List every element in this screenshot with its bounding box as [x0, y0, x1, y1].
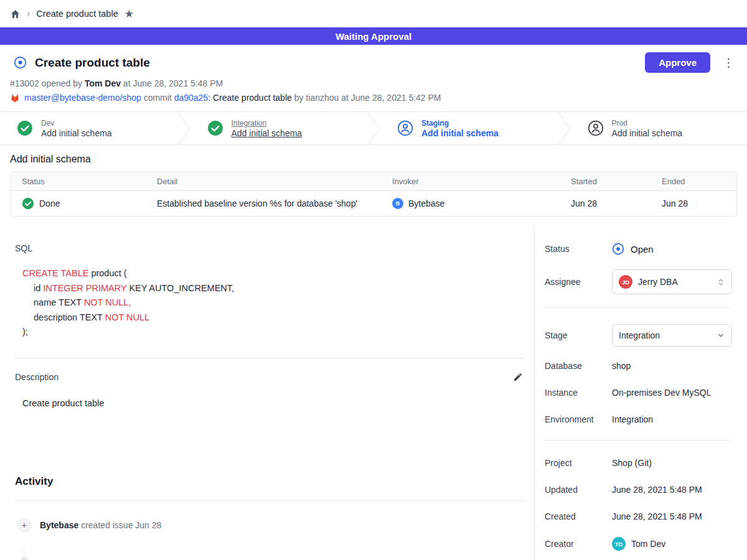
sql-label: SQL: [15, 243, 525, 253]
stage-task-label: Add initial schema: [612, 128, 683, 138]
chevron-down-icon: [716, 331, 725, 340]
task-section: Add initial schema Status Detail Invoker…: [0, 145, 747, 226]
column-header: Invoker: [392, 177, 571, 186]
assignee-row: Assignee JD Jerry DBA: [545, 269, 732, 294]
activity-actor: Bytebase: [40, 520, 78, 530]
gitlab-icon: [10, 93, 20, 103]
sql-text: description TEXT: [34, 312, 105, 322]
sql-text: product (: [88, 268, 126, 278]
sql-text: id: [34, 283, 43, 293]
creator-label: Creator: [545, 539, 612, 549]
instance-value: On-premises Dev MySQL: [612, 388, 711, 398]
created-value: June 28, 2021 5:48 PM: [612, 511, 702, 521]
status-row: Status Open: [545, 243, 732, 255]
approve-button[interactable]: Approve: [645, 52, 710, 73]
sql-code-block: CREATE TABLE product ( id INTEGER PRIMAR…: [15, 266, 525, 340]
stage-env-label: Prod: [612, 119, 683, 128]
task-ended-cell: Jun 28: [662, 198, 736, 208]
sql-keyword: NOT NULL: [105, 312, 149, 322]
sql-text: );: [22, 327, 28, 337]
divider: [15, 358, 525, 358]
creator-name: Tom Dev: [631, 539, 665, 549]
issue-header: Create product table Approve ⋮ #13002 op…: [0, 45, 747, 111]
kebab-menu-icon[interactable]: ⋮: [720, 57, 737, 68]
plus-icon: +: [17, 518, 32, 533]
creator-avatar: TD: [612, 537, 626, 551]
column-header: Detail: [157, 177, 392, 186]
updown-chevron-icon: [716, 278, 725, 287]
task-status-cell: Done: [22, 197, 157, 210]
invoker-avatar: B: [392, 198, 403, 209]
assignee-select[interactable]: JD Jerry DBA: [612, 269, 732, 294]
page-title: Create product table: [35, 56, 150, 70]
pending-user-icon: [588, 120, 604, 136]
stage-separator-icon: [557, 112, 571, 146]
star-icon[interactable]: ★: [125, 9, 134, 19]
column-header: Ended: [662, 177, 736, 186]
issue-open-icon: [14, 56, 27, 69]
check-circle-icon: [207, 120, 223, 136]
column-header: Status: [22, 177, 157, 186]
stage-row: Stage Integration: [545, 324, 732, 347]
timeline-dot: [21, 557, 28, 560]
description-content: Create product table: [15, 398, 525, 408]
stage-value: Integration: [619, 330, 711, 340]
vcs-commit-by: by tianzhou at June 28, 2021 5:42 PM: [292, 93, 441, 103]
instance-row: Instance On-premises Dev MySQL: [545, 386, 732, 399]
stage-env-label: Dev: [41, 119, 112, 128]
task-started-cell: Jun 28: [571, 198, 662, 208]
stage-select[interactable]: Integration: [612, 324, 732, 347]
stage-env-label: Staging: [421, 119, 499, 128]
vcs-commit-line: master@bytebase-demo/shop commit da90a25…: [10, 93, 737, 103]
stage-env-label: Integration: [232, 119, 303, 128]
stage-integration[interactable]: Integration Add initial schema: [190, 112, 367, 144]
vcs-commit-word: commit: [141, 93, 174, 103]
issue-meta: #13002 opened by Tom Dev at June 28, 202…: [10, 78, 737, 88]
project-label: Project: [545, 458, 612, 468]
task-table-header: Status Detail Invoker Started Ended: [11, 172, 736, 191]
instance-label: Instance: [545, 388, 612, 398]
pencil-icon: [513, 372, 523, 382]
issue-sidebar: Status Open Assignee JD Jerry DBA Stage: [534, 226, 747, 560]
stage-staging[interactable]: Staging Add initial schema: [380, 112, 557, 144]
edit-description-button[interactable]: [513, 372, 523, 382]
status-label: Status: [545, 244, 612, 254]
stage-prod[interactable]: Prod Add initial schema: [571, 112, 747, 144]
stage-task-label: Add initial schema: [232, 128, 303, 138]
stage-label: Stage: [545, 330, 612, 340]
vcs-branch-link[interactable]: master@bytebase-demo/shop: [24, 93, 141, 103]
breadcrumb-page[interactable]: Create product table: [36, 9, 118, 19]
status-value: Open: [631, 244, 654, 254]
check-circle-icon: [17, 120, 33, 136]
vcs-colon: :: [208, 93, 213, 103]
divider: [545, 440, 732, 441]
database-value: shop: [612, 361, 631, 371]
sql-keyword: CREATE TABLE: [22, 268, 88, 278]
breadcrumb-chevron-icon: ›: [27, 9, 30, 19]
description-label: Description: [15, 372, 59, 382]
assignee-avatar: JD: [619, 275, 632, 289]
home-icon[interactable]: [10, 9, 21, 19]
created-row: Created June 28, 2021 5:48 PM: [545, 510, 732, 523]
stage-dev[interactable]: Dev Add initial schema: [0, 112, 177, 144]
creator-row: Creator TD Tom Dev: [545, 537, 732, 551]
activity-entry: + Bytebase created issue Jun 28: [15, 518, 525, 533]
updated-value: June 28, 2021 5:48 PM: [612, 485, 702, 495]
vcs-commit-message: Create product table: [213, 93, 292, 103]
issue-author: Tom Dev: [85, 78, 121, 88]
issue-id-opened: #13002 opened by: [10, 78, 85, 88]
updated-label: Updated: [545, 485, 612, 495]
stage-separator-icon: [367, 112, 380, 146]
sql-text: name TEXT: [34, 297, 84, 307]
activity-action: created issue Jun 28: [78, 520, 161, 530]
stage-task-label: Add initial schema: [421, 128, 499, 138]
database-row: Database shop: [545, 360, 732, 372]
task-table: Status Detail Invoker Started Ended Done…: [10, 172, 737, 217]
stage-task-label: Add initial schema: [41, 128, 112, 138]
vcs-commit-hash-link[interactable]: da90a25: [174, 93, 209, 103]
bytebase-issue-page: › Create product table ★ Waiting Approva…: [0, 0, 747, 560]
status-banner: Waiting Approval: [0, 27, 747, 45]
issue-opened-at: at June 28, 2021 5:48 PM: [121, 78, 223, 88]
status-banner-text: Waiting Approval: [336, 31, 411, 42]
task-section-title: Add initial schema: [10, 154, 737, 165]
